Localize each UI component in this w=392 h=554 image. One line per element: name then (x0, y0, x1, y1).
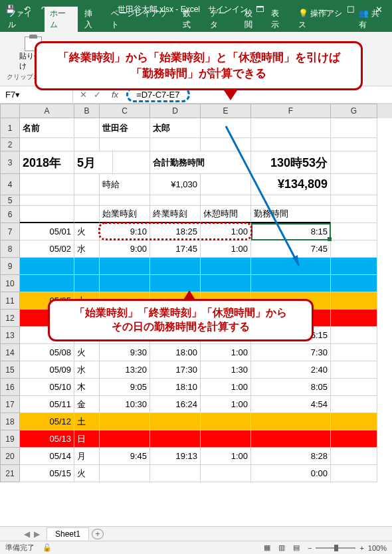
cell[interactable]: 始業時刻 (100, 206, 150, 223)
cell[interactable]: 9:00 (100, 240, 150, 258)
row-header[interactable]: 17 (0, 396, 20, 413)
cell[interactable]: 05/12 (20, 413, 74, 430)
cell[interactable]: 13:20 (100, 361, 150, 379)
row-header[interactable]: 12 (0, 310, 20, 327)
fx-icon[interactable]: fx (108, 90, 122, 100)
cell[interactable] (150, 430, 201, 448)
cell[interactable]: 05/15 (20, 465, 74, 482)
cell[interactable] (74, 174, 100, 195)
cell[interactable] (331, 413, 377, 430)
cell[interactable] (74, 195, 100, 206)
row-header[interactable]: 14 (0, 344, 20, 361)
prev-sheet-icon[interactable]: ◀ (24, 529, 30, 539)
tab-view[interactable]: 表示 (266, 7, 292, 32)
cell[interactable] (100, 258, 150, 275)
row-header[interactable]: 8 (0, 240, 20, 258)
cell[interactable]: 05/13 (20, 430, 74, 448)
row-header[interactable]: 1 (0, 118, 20, 138)
cell[interactable]: 18:00 (150, 344, 201, 361)
cell[interactable]: 18:25 (150, 223, 201, 240)
cell[interactable]: 9:30 (100, 344, 150, 361)
cell[interactable] (331, 379, 377, 396)
enter-formula-icon[interactable]: ✓ (94, 90, 101, 100)
cell[interactable]: 2018年 (20, 151, 74, 174)
cell[interactable] (331, 240, 377, 258)
cell[interactable]: 水 (74, 240, 100, 258)
cell[interactable] (150, 465, 201, 482)
tab-insert[interactable]: 挿入 (79, 7, 105, 32)
row-header[interactable]: 5 (0, 195, 20, 206)
next-sheet-icon[interactable]: ▶ (34, 529, 40, 539)
row-header[interactable]: 16 (0, 379, 20, 396)
cell[interactable] (331, 310, 377, 327)
cell[interactable]: 名前 (20, 118, 74, 138)
cell[interactable] (74, 118, 100, 138)
row-header[interactable]: 21 (0, 465, 20, 482)
cell[interactable]: 9:05 (100, 379, 150, 396)
cell[interactable]: 17:45 (150, 240, 201, 258)
tab-review[interactable]: 校閲 (239, 7, 265, 32)
row-header[interactable]: 9 (0, 258, 20, 275)
sheet-tab[interactable]: Sheet1 (47, 527, 89, 540)
cell[interactable]: 18:10 (150, 379, 201, 396)
cell[interactable]: 時給 (100, 174, 150, 195)
cell[interactable] (100, 413, 150, 430)
add-sheet-button[interactable]: + (92, 529, 104, 539)
row-header[interactable]: 6 (0, 206, 20, 223)
view-layout-icon[interactable]: ▥ (278, 543, 285, 552)
cell[interactable]: 水 (74, 361, 100, 379)
cell[interactable] (20, 195, 74, 206)
cell[interactable]: 火 (74, 465, 100, 482)
cell[interactable]: 1:00 (201, 344, 251, 361)
cell[interactable]: 世田谷 (100, 118, 150, 138)
share-button[interactable]: 👥 共有 (355, 7, 389, 32)
cell[interactable] (150, 195, 201, 206)
cell[interactable] (74, 275, 100, 292)
cell[interactable] (20, 258, 74, 275)
tab-formulas[interactable]: 数式 (177, 7, 203, 32)
cell[interactable]: 05/11 (20, 396, 74, 413)
cell[interactable] (100, 138, 150, 151)
view-pagebreak-icon[interactable]: ▤ (293, 543, 300, 552)
cell[interactable]: 月 (74, 448, 100, 465)
cell[interactable] (100, 195, 150, 206)
tab-home[interactable]: ホーム (45, 7, 78, 32)
cell[interactable]: 火 (74, 344, 100, 361)
cell[interactable] (20, 275, 74, 292)
row-header[interactable]: 2 (0, 138, 20, 151)
cell[interactable]: 1:00 (201, 448, 251, 465)
cell[interactable] (201, 275, 251, 292)
cell[interactable] (331, 174, 377, 195)
zoom-in-icon[interactable]: + (359, 544, 363, 552)
cell[interactable] (331, 448, 377, 465)
cell[interactable]: 05/08 (20, 344, 74, 361)
cell[interactable]: 10:30 (100, 396, 150, 413)
cell[interactable] (20, 206, 74, 223)
cell[interactable] (74, 206, 100, 223)
cell[interactable] (251, 430, 331, 448)
cell[interactable] (331, 327, 377, 344)
tab-tellme[interactable]: 💡 操作アシス (293, 7, 353, 32)
row-header[interactable]: 19 (0, 430, 20, 448)
col-header-d[interactable]: D (150, 104, 201, 118)
cell[interactable]: 金 (74, 396, 100, 413)
cell[interactable] (331, 206, 377, 223)
cell[interactable]: 日 (74, 430, 100, 448)
cell[interactable] (331, 344, 377, 361)
cell[interactable]: ¥1,030 (150, 174, 201, 195)
cell[interactable]: 0:00 (251, 465, 331, 482)
cell[interactable] (331, 361, 377, 379)
zoom-level[interactable]: 100% (368, 544, 387, 552)
cell[interactable]: 05/10 (20, 379, 74, 396)
row-header[interactable]: 4 (0, 174, 20, 195)
cell[interactable]: 2:40 (251, 361, 331, 379)
cell[interactable]: 8:28 (251, 448, 331, 465)
cell[interactable] (331, 292, 377, 310)
col-header-a[interactable]: A (20, 104, 74, 118)
cell[interactable]: 7:30 (251, 344, 331, 361)
cell[interactable]: 4:54 (251, 396, 331, 413)
cell[interactable]: 05/02 (20, 240, 74, 258)
cell[interactable] (251, 275, 331, 292)
zoom-slider[interactable] (316, 547, 355, 549)
cell[interactable]: 土 (74, 413, 100, 430)
